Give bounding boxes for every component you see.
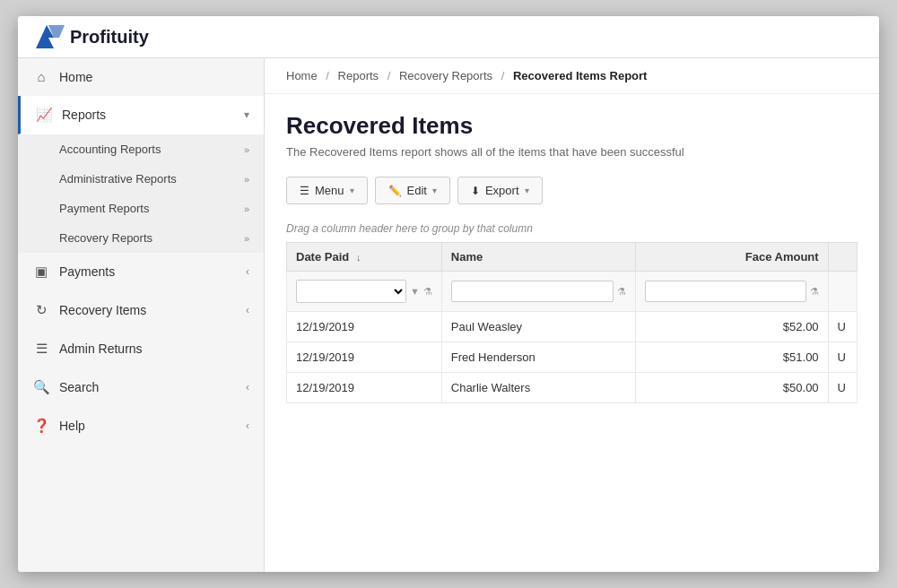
cell-extra-1: U — [828, 342, 857, 373]
col-header-face-amount[interactable]: Face Amount — [635, 243, 828, 272]
cell-name-0: Paul Weasley — [441, 312, 635, 342]
export-button[interactable]: ⬇ Export ▾ — [457, 177, 543, 204]
edit-icon: ✏️ — [388, 185, 402, 197]
sidebar-item-help[interactable]: ❓ Help ‹ — [18, 407, 264, 445]
sidebar-item-reports[interactable]: 📈 Reports ▾ — [18, 96, 264, 134]
payments-chevron-icon: ‹ — [246, 265, 249, 278]
payments-icon: ▣ — [32, 264, 50, 280]
col-header-extra — [828, 243, 857, 272]
filter-date-icon: ▼ — [410, 286, 420, 297]
search-icon: 🔍 — [32, 379, 50, 395]
filter-amount-cell: ⚗ — [645, 281, 819, 302]
cell-amount-2: $50.00 — [635, 373, 828, 403]
filter-amount-input[interactable] — [645, 281, 806, 302]
app-header: Profituity — [18, 16, 879, 58]
recovery-items-icon: ↻ — [32, 302, 50, 318]
reports-chevron-icon: ▾ — [244, 108, 249, 121]
edit-chevron-icon: ▾ — [432, 186, 437, 195]
menu-chevron-icon: ▾ — [350, 186, 354, 195]
filter-amount-funnel-icon: ⚗ — [810, 286, 819, 298]
sidebar-item-payment-reports[interactable]: Payment Reports » — [18, 194, 264, 223]
breadcrumb: Home / Reports / Recovery Reports / Reco… — [265, 58, 879, 94]
filter-date-select[interactable] — [296, 280, 406, 303]
page-subtitle: The Recovered Items report shows all of … — [286, 145, 858, 159]
logo: Profituity — [36, 25, 149, 48]
cell-amount-1: $51.00 — [635, 342, 828, 373]
payment-reports-arrow-icon: » — [244, 203, 249, 214]
app-window: Profituity ⌂ Home 📈 Reports ▾ Accounting… — [18, 16, 879, 572]
admin-returns-icon: ☰ — [32, 341, 50, 357]
export-chevron-icon: ▾ — [525, 186, 529, 195]
sidebar-item-administrative-reports[interactable]: Administrative Reports » — [18, 164, 264, 194]
col-header-date-paid[interactable]: Date Paid ↓ — [287, 243, 442, 272]
reports-icon: 📈 — [35, 107, 53, 123]
menu-label: Menu — [315, 184, 344, 197]
breadcrumb-recovery-reports[interactable]: Recovery Reports — [399, 69, 492, 82]
recovery-items-chevron-icon: ‹ — [246, 304, 249, 316]
sidebar-item-accounting-reports[interactable]: Accounting Reports » — [18, 134, 264, 164]
table-row: 12/19/2019 Fred Henderson $51.00 U — [287, 342, 858, 373]
help-icon: ❓ — [32, 418, 50, 434]
logo-icon — [36, 25, 65, 48]
sidebar-item-search[interactable]: 🔍 Search ‹ — [18, 368, 264, 407]
main-content: Home / Reports / Recovery Reports / Reco… — [265, 58, 879, 572]
cell-extra-0: U — [828, 312, 857, 342]
breadcrumb-reports[interactable]: Reports — [338, 69, 379, 82]
filter-date-cell: ▼ ⚗ — [296, 280, 432, 303]
sidebar-item-recovery-reports[interactable]: Recovery Reports » — [18, 223, 264, 253]
toolbar: ☰ Menu ▾ ✏️ Edit ▾ ⬇ Export ▾ — [286, 177, 858, 204]
filter-date-funnel-icon: ⚗ — [423, 286, 432, 298]
breadcrumb-current: Recovered Items Report — [513, 69, 648, 82]
breadcrumb-sep-1: / — [326, 69, 329, 82]
export-icon: ⬇ — [471, 185, 480, 197]
sidebar-item-recovery-items[interactable]: ↻ Recovery Items ‹ — [18, 291, 264, 330]
logo-text: Profituity — [70, 27, 149, 48]
drag-hint: Drag a column header here to group by th… — [286, 222, 858, 235]
breadcrumb-sep-2: / — [388, 69, 391, 82]
menu-button[interactable]: ☰ Menu ▾ — [286, 177, 368, 204]
cell-extra-2: U — [828, 373, 857, 403]
sidebar-item-payments[interactable]: ▣ Payments ‹ — [18, 253, 264, 291]
cell-name-1: Fred Henderson — [441, 342, 635, 373]
reports-submenu: Accounting Reports » Administrative Repo… — [18, 134, 264, 253]
content-body: Recovered Items The Recovered Items repo… — [265, 94, 879, 421]
breadcrumb-sep-3: / — [501, 69, 505, 82]
sidebar-item-home[interactable]: ⌂ Home — [18, 58, 264, 96]
cell-name-2: Charlie Walters — [441, 373, 635, 403]
home-icon: ⌂ — [32, 69, 50, 84]
sidebar: ⌂ Home 📈 Reports ▾ Accounting Reports » … — [18, 58, 265, 572]
sort-icon-date: ↓ — [356, 252, 361, 263]
cell-date-0: 12/19/2019 — [287, 312, 442, 342]
filter-name-input[interactable] — [451, 281, 614, 302]
cell-date-1: 12/19/2019 — [287, 342, 442, 373]
breadcrumb-home[interactable]: Home — [286, 69, 318, 82]
main-layout: ⌂ Home 📈 Reports ▾ Accounting Reports » … — [18, 58, 879, 572]
edit-label: Edit — [407, 184, 427, 197]
page-title: Recovered Items — [286, 112, 858, 140]
edit-button[interactable]: ✏️ Edit ▾ — [375, 177, 450, 204]
cell-date-2: 12/19/2019 — [287, 373, 442, 403]
sidebar-item-admin-returns[interactable]: ☰ Admin Returns — [18, 330, 264, 368]
administrative-reports-arrow-icon: » — [244, 174, 249, 185]
table-row: 12/19/2019 Paul Weasley $52.00 U — [287, 312, 858, 342]
recovery-reports-arrow-icon: » — [244, 233, 249, 244]
cell-amount-0: $52.00 — [635, 312, 828, 342]
filter-name-cell: ⚗ — [451, 281, 626, 302]
data-table: Date Paid ↓ Name Face Amount — [286, 242, 858, 403]
accounting-reports-arrow-icon: » — [244, 144, 249, 155]
col-header-name[interactable]: Name — [441, 243, 635, 272]
help-chevron-icon: ‹ — [246, 419, 249, 432]
search-chevron-icon: ‹ — [246, 381, 249, 393]
export-label: Export — [485, 184, 519, 197]
filter-name-funnel-icon: ⚗ — [617, 286, 626, 298]
table-row: 12/19/2019 Charlie Walters $50.00 U — [287, 373, 858, 403]
menu-icon: ☰ — [300, 185, 309, 197]
